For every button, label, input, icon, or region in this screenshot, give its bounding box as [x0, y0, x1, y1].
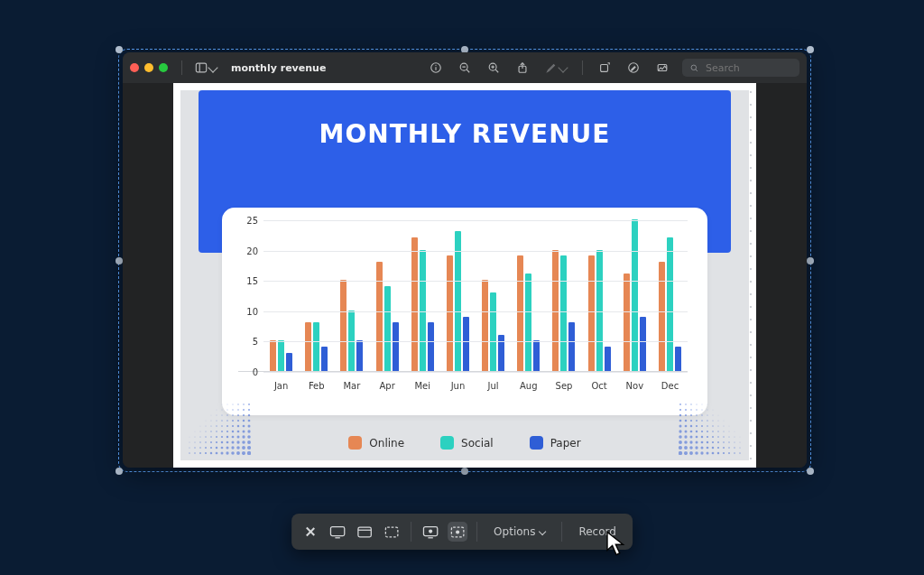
search-input[interactable]	[704, 61, 785, 75]
svg-point-169	[717, 431, 718, 431]
capture-entire-screen-button[interactable]	[328, 522, 347, 542]
svg-point-86	[243, 425, 245, 428]
canvas: MONTHLY REVENUE JanFebMarAprMeiJunJulAug…	[173, 83, 756, 468]
info-button[interactable]	[427, 59, 445, 77]
svg-point-23	[210, 452, 212, 454]
zoom-in-button[interactable]	[485, 59, 503, 77]
legend-item-online: Online	[348, 436, 404, 450]
resize-handle-tr[interactable]	[807, 46, 814, 53]
svg-point-128	[684, 451, 688, 455]
y-tick-label: 20	[238, 246, 258, 255]
svg-point-69	[205, 431, 206, 431]
bar-group	[511, 220, 546, 371]
svg-point-96	[248, 420, 251, 422]
svg-point-200	[696, 414, 698, 416]
options-menu-button[interactable]: Options	[486, 522, 552, 542]
svg-point-178	[724, 426, 725, 427]
svg-point-17	[691, 65, 697, 70]
svg-point-185	[685, 425, 688, 428]
svg-point-192	[696, 420, 698, 422]
x-tick-label: Sep	[546, 381, 581, 391]
gridline	[263, 372, 688, 373]
bar-online	[447, 255, 453, 371]
zoom-out-button[interactable]	[456, 59, 474, 77]
bar-social	[632, 219, 638, 371]
capture-window-button[interactable]	[355, 522, 374, 542]
x-tick-label: Jul	[476, 381, 511, 391]
swatch-online	[348, 436, 362, 450]
capture-selection-button[interactable]	[382, 522, 402, 542]
zoom-window-button[interactable]	[159, 63, 168, 72]
resize-handle-mr[interactable]	[807, 257, 814, 264]
bar-online	[305, 322, 311, 371]
rotate-icon	[598, 61, 611, 74]
svg-point-30	[247, 451, 251, 455]
svg-point-122	[717, 452, 719, 454]
svg-point-111	[248, 409, 250, 411]
mouse-cursor-icon	[605, 530, 628, 557]
separator	[411, 522, 411, 542]
svg-point-190	[707, 420, 707, 421]
zoom-out-icon	[458, 61, 471, 74]
share-button[interactable]	[513, 59, 531, 77]
resize-handle-br[interactable]	[807, 468, 814, 475]
search-field[interactable]	[682, 59, 799, 77]
svg-point-210	[679, 409, 681, 411]
y-tick-label: 15	[238, 276, 258, 286]
legend-label-online: Online	[369, 437, 404, 450]
edit-button[interactable]	[624, 59, 642, 77]
right-gutter	[756, 83, 807, 468]
svg-point-195	[679, 420, 682, 422]
svg-point-108	[232, 409, 233, 410]
resize-handle-ml[interactable]	[116, 257, 123, 264]
svg-point-75	[237, 431, 240, 433]
svg-point-29	[242, 451, 245, 455]
sidebar-icon	[195, 61, 208, 74]
minimize-window-button[interactable]	[144, 63, 153, 72]
resize-handle-bl[interactable]	[116, 468, 123, 475]
close-window-button[interactable]	[130, 63, 139, 72]
svg-point-194	[685, 420, 687, 422]
svg-point-80	[210, 425, 211, 426]
svg-point-170	[712, 431, 714, 432]
x-axis-labels: JanFebMarAprMeiJunJulAugSepOctNovDec	[263, 381, 688, 391]
screen-record-icon	[422, 525, 439, 539]
markup-button[interactable]	[542, 59, 569, 77]
bar-social	[384, 286, 391, 371]
search-icon	[689, 63, 699, 73]
bar-social	[455, 231, 461, 371]
svg-point-20	[194, 452, 196, 454]
record-entire-screen-button[interactable]	[420, 522, 440, 542]
crop-button[interactable]	[653, 59, 671, 77]
close-toolbar-button[interactable]	[300, 522, 320, 542]
svg-point-87	[248, 425, 251, 428]
resize-handle-bm[interactable]	[461, 468, 468, 475]
bar-online	[340, 280, 346, 371]
preview-window: monthly revenue	[123, 52, 807, 468]
svg-point-95	[243, 420, 245, 422]
svg-point-21	[199, 452, 201, 454]
titlebar: monthly revenue	[123, 52, 807, 83]
svg-point-119	[734, 452, 735, 454]
legend-item-social: Social	[440, 436, 494, 450]
share-icon	[516, 61, 529, 74]
svg-point-83	[226, 425, 228, 427]
record-selection-button[interactable]	[448, 522, 467, 542]
svg-point-72	[221, 431, 223, 432]
resize-handle-tl[interactable]	[116, 46, 123, 53]
x-tick-label: Mar	[334, 381, 369, 391]
rotate-button[interactable]	[596, 59, 614, 77]
svg-point-183	[696, 425, 698, 427]
svg-point-92	[226, 420, 228, 422]
svg-point-174	[690, 431, 693, 433]
sidebar-toggle-button[interactable]	[192, 59, 219, 77]
bar-online	[270, 340, 276, 371]
svg-point-79	[206, 426, 207, 427]
svg-point-129	[679, 451, 682, 455]
svg-point-181	[707, 425, 708, 427]
bar-paper	[356, 340, 363, 371]
x-tick-label: Jan	[263, 381, 299, 391]
svg-point-201	[690, 414, 692, 416]
svg-point-197	[713, 415, 714, 416]
bar-paper	[321, 347, 328, 371]
